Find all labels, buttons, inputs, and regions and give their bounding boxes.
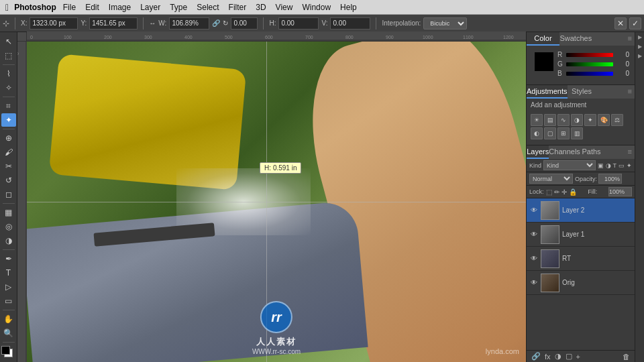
layers-menu-icon[interactable]: ≡ <box>625 145 635 159</box>
blur-tool[interactable]: ◎ <box>1 220 16 233</box>
tab-swatches[interactable]: Swatches <box>559 32 592 46</box>
cancel-transform-btn[interactable]: ✕ <box>614 17 627 29</box>
shape-tool[interactable]: ▭ <box>1 294 16 308</box>
adj-gradient-map[interactable]: ▥ <box>571 127 583 139</box>
kind-filter-adjust-icon[interactable]: ◑ <box>606 162 611 169</box>
adj-channel-mixer[interactable]: ⊞ <box>557 127 570 139</box>
lock-image-icon[interactable]: ✏ <box>554 188 559 196</box>
lock-transparent-icon[interactable]: ⬚ <box>546 188 552 196</box>
adj-panel-menu-icon[interactable]: ≡ <box>625 85 635 99</box>
layer-item-rt[interactable]: 👁 RT <box>527 247 635 271</box>
menu-3d[interactable]: 3D <box>256 3 266 12</box>
menu-file[interactable]: File <box>63 3 76 12</box>
clone-stamp-tool[interactable]: ✂ <box>1 160 16 173</box>
kind-filter-shape-icon[interactable]: ▭ <box>619 162 625 169</box>
collapse-btn-2[interactable]: ▶ <box>636 44 644 52</box>
adj-curves[interactable]: ∿ <box>557 114 570 126</box>
app-name[interactable]: Photoshop <box>14 3 56 12</box>
adj-blackwhite[interactable]: ◐ <box>531 127 543 139</box>
lasso-tool[interactable]: ⌇ <box>1 67 16 80</box>
adj-levels[interactable]: ▤ <box>544 114 556 126</box>
layer2-visibility-icon[interactable]: 👁 <box>529 206 539 215</box>
menu-type[interactable]: Type <box>170 3 187 12</box>
commit-transform-btn[interactable]: ✓ <box>629 17 641 29</box>
menu-filter[interactable]: Filter <box>229 3 247 12</box>
orig-visibility-icon[interactable]: 👁 <box>529 278 539 288</box>
path-selection-tool[interactable]: ▷ <box>1 280 16 294</box>
gradient-tool[interactable]: ▦ <box>1 206 16 219</box>
rt-name: RT <box>562 255 571 262</box>
lock-position-icon[interactable]: ✛ <box>561 188 567 196</box>
new-layer-btn[interactable]: + <box>574 353 582 361</box>
menu-layer[interactable]: Layer <box>140 3 160 12</box>
w-field[interactable] <box>169 17 209 29</box>
menu-image[interactable]: Image <box>109 3 131 12</box>
adj-exposure[interactable]: ◑ <box>571 114 583 126</box>
wand-tool[interactable]: ✧ <box>1 81 16 95</box>
hand-tool[interactable]: ✋ <box>1 312 16 326</box>
kind-filter-type-icon[interactable]: T <box>613 162 617 169</box>
move-tool[interactable]: ↖ <box>1 35 16 48</box>
menu-select[interactable]: Select <box>197 3 219 12</box>
adj-photo-filter[interactable]: ▢ <box>544 127 556 139</box>
link-layers-btn[interactable]: 🔗 <box>529 352 543 361</box>
y-field[interactable] <box>89 17 138 29</box>
menu-window[interactable]: Window <box>302 3 331 12</box>
r-slider-track[interactable] <box>566 53 613 57</box>
blend-mode-select[interactable]: Normal Multiply Screen <box>529 174 573 184</box>
pen-tool[interactable]: ✒ <box>1 252 16 265</box>
adj-brightness[interactable]: ☀ <box>531 114 543 126</box>
lock-all-icon[interactable]: 🔒 <box>569 188 577 196</box>
crop-tool[interactable]: ⌗ <box>1 99 16 113</box>
eyedropper-tool[interactable]: ✦ <box>1 113 16 127</box>
text-tool[interactable]: T <box>1 266 16 280</box>
marquee-tool[interactable]: ⬚ <box>1 49 16 62</box>
foreground-color-swatch[interactable] <box>1 346 10 355</box>
kind-select[interactable]: Kind <box>543 160 595 170</box>
tab-color[interactable]: Color <box>527 32 559 46</box>
kind-filter-pixel-icon[interactable]: ▣ <box>598 162 604 169</box>
layer1-visibility-icon[interactable]: 👁 <box>529 230 539 239</box>
collapse-btn-3[interactable]: ▶ <box>636 53 644 61</box>
menu-help[interactable]: Help <box>340 3 357 12</box>
brush-tool[interactable]: 🖌 <box>1 145 16 159</box>
history-brush-tool[interactable]: ↺ <box>1 174 16 187</box>
layer-item-layer1[interactable]: 👁 Layer 1 <box>527 223 635 247</box>
tab-styles[interactable]: Styles <box>568 85 596 99</box>
add-mask-btn[interactable]: ◑ <box>553 352 564 361</box>
tab-adjustments[interactable]: Adjustments <box>527 85 568 99</box>
rt-visibility-icon[interactable]: 👁 <box>529 254 539 263</box>
new-group-btn[interactable]: ▢ <box>564 352 574 361</box>
delete-layer-btn[interactable]: 🗑 <box>621 353 632 361</box>
layer-item-layer2[interactable]: 👁 Layer 2 <box>527 198 635 223</box>
collapse-btn-1[interactable]: ▶ <box>636 34 644 42</box>
interpolation-select[interactable]: Bicubic Bilinear Nearest Neighbor <box>423 17 467 29</box>
b-slider-track[interactable] <box>566 72 613 76</box>
adj-colorbalance[interactable]: ⚖ <box>611 114 623 126</box>
v-field[interactable] <box>330 17 370 29</box>
color-preview-swatch[interactable] <box>535 52 553 71</box>
zoom-tool[interactable]: 🔍 <box>1 326 16 340</box>
x-field[interactable] <box>30 17 78 29</box>
adj-hsl[interactable]: 🎨 <box>598 114 610 126</box>
layer-item-orig[interactable]: 👁 Orig <box>527 271 635 295</box>
eraser-tool[interactable]: ◻ <box>1 188 16 201</box>
tab-layers[interactable]: Layers <box>527 145 549 159</box>
tab-channels[interactable]: Channels <box>549 145 580 159</box>
add-style-btn[interactable]: fx <box>543 353 553 361</box>
fill-input[interactable] <box>608 187 632 196</box>
dodge-tool[interactable]: ◑ <box>1 234 16 247</box>
h-field[interactable] <box>278 17 319 29</box>
toolbar-separator-1 <box>15 17 15 29</box>
rotation-field[interactable] <box>231 17 258 29</box>
canvas-area[interactable]: H: 0.591 in rr 人人素材 WWW.rr-sc.com lynda.… <box>27 42 526 362</box>
menu-edit[interactable]: Edit <box>85 3 99 12</box>
opacity-input[interactable] <box>598 174 622 184</box>
healing-brush-tool[interactable]: ⊕ <box>1 131 16 145</box>
g-slider-track[interactable] <box>566 62 613 66</box>
adj-vibrance[interactable]: ✦ <box>584 114 596 126</box>
tab-paths[interactable]: Paths <box>580 145 602 159</box>
kind-filter-smart-icon[interactable]: ✦ <box>627 162 632 169</box>
color-panel-menu-icon[interactable]: ≡ <box>625 32 635 46</box>
menu-view[interactable]: View <box>276 3 293 12</box>
